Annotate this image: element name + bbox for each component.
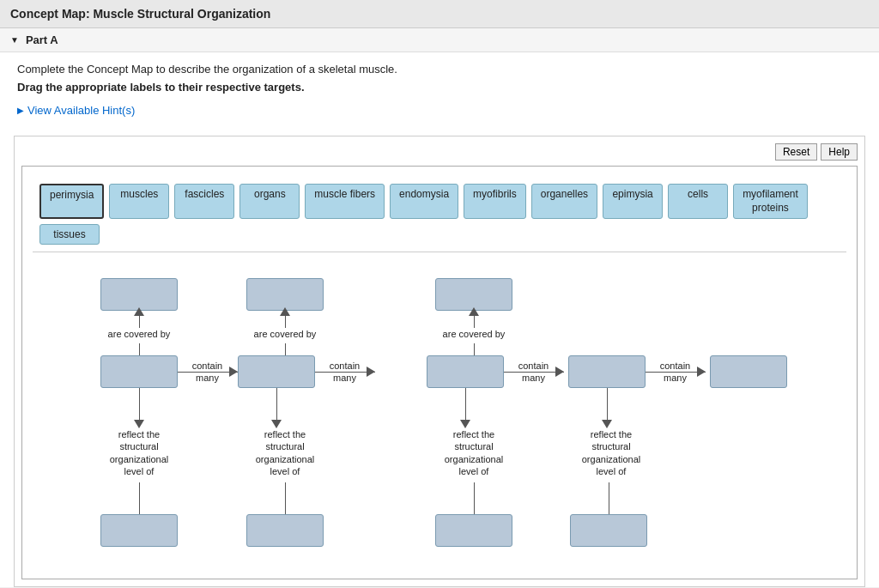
instructions-panel: Complete the Concept Map to describe the… — [0, 52, 879, 127]
label-myofibrils[interactable]: myofibrils — [464, 184, 526, 219]
diagram-canvas: are covered by are covered by are covere… — [36, 270, 834, 561]
arrow-down-4 — [602, 420, 612, 428]
hline-1b — [178, 372, 238, 373]
map-outer: Reset Help perimysia muscles fascicles o… — [14, 136, 865, 587]
vline-bottom-2 — [285, 482, 286, 514]
hint-arrow-icon: ▶ — [17, 106, 24, 115]
vline-reflect-4 — [607, 388, 608, 422]
label-are-covered-3: are covered by — [433, 328, 515, 340]
drop-box-bottom-3[interactable] — [435, 514, 512, 547]
drop-box-main-5[interactable] — [710, 355, 787, 388]
vline-reflect-2 — [276, 388, 277, 422]
hint-text: View Available Hint(s) — [27, 104, 135, 117]
arrow-right-4 — [697, 367, 706, 377]
diagram-area: are covered by are covered by are covere… — [33, 263, 846, 568]
label-epimysia[interactable]: epimysia — [603, 184, 663, 219]
instruction-2: Drag the appropriate labels to their res… — [17, 81, 862, 94]
label-tissues[interactable]: tissues — [39, 224, 100, 245]
drop-box-main-1[interactable] — [100, 355, 178, 388]
map-inner: perimysia muscles fascicles organs muscl… — [21, 166, 858, 579]
label-fascicles[interactable]: fascicles — [174, 184, 234, 219]
part-a-header: ▼ Part A — [0, 28, 879, 52]
label-muscles[interactable]: muscles — [109, 184, 169, 219]
vline-bottom-3 — [474, 482, 475, 514]
drop-box-bottom-2[interactable] — [246, 514, 324, 547]
part-a-label: Part A — [26, 33, 58, 46]
vline-bottom-4 — [609, 482, 609, 514]
collapse-arrow-icon[interactable]: ▼ — [10, 35, 19, 45]
reset-button[interactable]: Reset — [775, 143, 817, 161]
help-button[interactable]: Help — [821, 143, 858, 161]
label-are-covered-1: are covered by — [98, 328, 180, 340]
arrow-right-2 — [367, 367, 375, 377]
top-buttons: Reset Help — [21, 143, 858, 161]
drop-box-main-4[interactable] — [568, 355, 646, 388]
label-muscle-fibers[interactable]: muscle fibers — [305, 184, 385, 219]
label-organs[interactable]: organs — [239, 184, 300, 219]
hint-link[interactable]: ▶ View Available Hint(s) — [17, 104, 135, 117]
label-cells[interactable]: cells — [668, 184, 728, 219]
drop-box-top-1[interactable] — [100, 278, 178, 311]
label-bank: perimysia muscles fascicles organs muscl… — [33, 177, 846, 252]
drop-box-top-3[interactable] — [435, 278, 512, 311]
drop-box-bottom-4[interactable] — [570, 514, 647, 547]
vline-reflect-3 — [465, 388, 466, 422]
label-are-covered-2: are covered by — [244, 328, 326, 340]
arrow-up-1 — [134, 307, 144, 316]
page-container: Concept Map: Muscle Structural Organizat… — [0, 0, 879, 587]
label-reflect-1: reflect thestructuralorganizationallevel… — [98, 428, 180, 477]
arrow-down-2 — [271, 420, 282, 428]
label-reflect-2: reflect thestructuralorganizationallevel… — [244, 428, 326, 477]
arrow-down-3 — [460, 420, 470, 428]
label-myofilament-proteins[interactable]: myofilamentproteins — [733, 184, 808, 219]
vline-mid-3 — [474, 343, 475, 355]
vline-reflect-1 — [139, 388, 140, 422]
arrow-down-1 — [134, 420, 144, 428]
label-endomysia[interactable]: endomysia — [390, 184, 458, 219]
arrow-up-3 — [469, 307, 479, 316]
vline-bottom-1 — [139, 482, 140, 514]
drop-box-bottom-1[interactable] — [100, 514, 178, 547]
label-perimysia[interactable]: perimysia — [39, 184, 104, 219]
vline-mid-2 — [285, 343, 286, 355]
arrow-up-2 — [280, 307, 290, 316]
instruction-1: Complete the Concept Map to describe the… — [17, 63, 862, 76]
label-reflect-3: reflect thestructuralorganizationallevel… — [433, 428, 515, 477]
drop-box-top-2[interactable] — [246, 278, 324, 311]
drop-box-main-2[interactable] — [238, 355, 315, 388]
vline-mid-1 — [139, 343, 140, 355]
label-reflect-4: reflect thestructuralorganizationallevel… — [570, 428, 652, 477]
page-title: Concept Map: Muscle Structural Organizat… — [0, 0, 879, 28]
arrow-right-3 — [555, 367, 564, 377]
drop-box-main-3[interactable] — [427, 355, 504, 388]
label-organelles[interactable]: organelles — [531, 184, 597, 219]
